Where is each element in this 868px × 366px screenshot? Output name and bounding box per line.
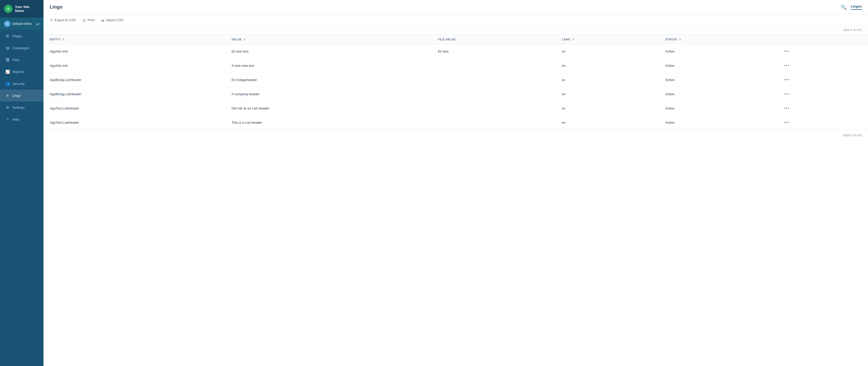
- campaigns-icon: ▤: [5, 45, 10, 50]
- cell-file-value: [432, 87, 556, 101]
- site-name: Your Site Name: [15, 5, 39, 13]
- cell-actions: •••: [776, 116, 868, 130]
- sidebar-item-files[interactable]: 🖼 Files: [0, 54, 43, 66]
- settings-icon: ⚙: [5, 105, 10, 110]
- cell-value: En bolagsheader: [225, 73, 432, 87]
- sidebar-item-settings[interactable]: ⚙ Settings: [0, 101, 43, 113]
- cell-status: Active: [659, 101, 776, 116]
- row-more-button[interactable]: •••: [782, 77, 792, 83]
- security-icon: 👥: [5, 81, 10, 86]
- cell-file-value: [432, 73, 556, 87]
- cell-file-value: En text: [432, 44, 556, 59]
- table-row: AppAlto.InfoEn text textEn textsvActive•…: [43, 44, 868, 59]
- import-label: Import CSV: [106, 18, 123, 22]
- cell-value: A new new text: [225, 59, 432, 73]
- cell-entity: AppAlto.Info: [43, 59, 225, 73]
- main-area: Lingo 🔍 Lingos ⊙ Export to CSV 🖨 Print ☁…: [43, 0, 868, 366]
- sidebar-header: S Your Site Name: [0, 0, 43, 18]
- cell-lang: en: [556, 87, 659, 101]
- sidebar-item-pages[interactable]: ⊞ Pages: [0, 30, 43, 42]
- lingo-icon: ≡: [5, 93, 10, 98]
- cell-entity: AppAlto.Info: [43, 44, 225, 59]
- cell-status: Active: [659, 73, 776, 87]
- cell-file-value: [432, 59, 556, 73]
- tab-lingos[interactable]: Lingos: [851, 4, 862, 10]
- cell-lang: en: [556, 116, 659, 130]
- sort-entity-icon: ⇅: [62, 38, 65, 41]
- user-name: Default Admin: [12, 22, 32, 26]
- row-more-button[interactable]: •••: [782, 119, 792, 126]
- cell-status: Active: [659, 59, 776, 73]
- toolbar: ⊙ Export to CSV 🖨 Print ☁ Import CSV: [43, 14, 868, 26]
- sidebar-item-campaigns[interactable]: ▤ Campaigns: [0, 42, 43, 54]
- sidebar-item-label: Lingo: [12, 94, 21, 98]
- topbar: Lingo 🔍 Lingos: [43, 0, 868, 14]
- sidebar-item-label: Help: [12, 118, 20, 121]
- lingo-table: ENTITY ⇅ VALUE ⇅ FILE VALUE LANG ⇅: [43, 34, 868, 130]
- topbar-right: 🔍 Lingos: [841, 4, 862, 10]
- cell-value: En text text: [225, 44, 432, 59]
- sidebar-item-lingo[interactable]: ≡ Lingo: [0, 90, 43, 101]
- sort-value-icon: ⇅: [244, 38, 246, 41]
- cell-lang: sv: [556, 73, 659, 87]
- cell-actions: •••: [776, 87, 868, 101]
- logo-icon: S: [4, 5, 12, 13]
- content-area: View 1–6 of 6 ENTITY ⇅ VALUE ⇅ FILE VALU…: [43, 26, 868, 366]
- row-more-button[interactable]: •••: [782, 105, 792, 112]
- table-row: AppBolag.ListHeaderA company headerenAct…: [43, 87, 868, 101]
- page-title: Lingo: [50, 4, 62, 10]
- table-row: AppTest.ListHeaderThis is a List Headere…: [43, 116, 868, 130]
- search-icon[interactable]: 🔍: [841, 4, 846, 10]
- cell-actions: •••: [776, 44, 868, 59]
- col-lang[interactable]: LANG ⇅: [556, 35, 659, 44]
- col-entity[interactable]: ENTITY ⇅: [43, 35, 225, 44]
- cell-file-value: [432, 116, 556, 130]
- print-label: Print: [88, 18, 94, 22]
- sidebar-item-label: Files: [12, 58, 20, 62]
- pagination-top: View 1–6 of 6: [43, 26, 868, 34]
- sidebar: S Your Site Name A Default Admin ⇄ ⊞ Pag…: [0, 0, 43, 366]
- table-row: AppTest.ListHeaderDet här är en List Hea…: [43, 101, 868, 116]
- cell-status: Active: [659, 116, 776, 130]
- sort-status-icon: ⇅: [679, 38, 681, 41]
- cell-actions: •••: [776, 101, 868, 116]
- cell-value: This is a List Header: [225, 116, 432, 130]
- col-actions: [776, 35, 868, 44]
- files-icon: 🖼: [5, 58, 10, 62]
- export-csv-button[interactable]: ⊙ Export to CSV: [50, 18, 76, 22]
- cell-status: Active: [659, 44, 776, 59]
- reports-icon: 📈: [5, 69, 10, 74]
- row-more-button[interactable]: •••: [782, 91, 792, 97]
- switch-user-icon[interactable]: ⇄: [36, 22, 39, 26]
- cell-entity: AppTest.ListHeader: [43, 116, 225, 130]
- sidebar-item-label: Security: [12, 82, 25, 86]
- col-file-value: FILE VALUE: [432, 35, 556, 44]
- cell-entity: AppTest.ListHeader: [43, 101, 225, 116]
- pages-icon: ⊞: [5, 34, 10, 38]
- cell-value: Det här är en List Header: [225, 101, 432, 116]
- table-row: AppAlto.InfoA new new textenActive•••: [43, 59, 868, 73]
- print-button[interactable]: 🖨 Print: [82, 18, 94, 22]
- cell-entity: AppBolag.ListHeader: [43, 87, 225, 101]
- sidebar-item-security[interactable]: 👥 Security: [0, 78, 43, 90]
- table-body: AppAlto.InfoEn text textEn textsvActive•…: [43, 44, 868, 130]
- cell-lang: en: [556, 59, 659, 73]
- sidebar-item-label: Settings: [12, 105, 25, 110]
- col-status[interactable]: STATUS ⇅: [659, 35, 776, 44]
- sidebar-item-help[interactable]: ? Help: [0, 113, 43, 125]
- row-more-button[interactable]: •••: [782, 48, 792, 55]
- sidebar-nav: ⊞ Pages ▤ Campaigns 🖼 Files 📈 Reports 👥 …: [0, 30, 43, 125]
- row-more-button[interactable]: •••: [782, 62, 792, 69]
- cell-lang: sv: [556, 101, 659, 116]
- cell-entity: AppBolag.ListHeader: [43, 73, 225, 87]
- sidebar-item-label: Campaigns: [12, 46, 30, 50]
- import-csv-button[interactable]: ☁ Import CSV: [101, 18, 123, 22]
- import-icon: ☁: [101, 18, 104, 22]
- sort-lang-icon: ⇅: [572, 38, 575, 41]
- cell-status: Active: [659, 87, 776, 101]
- cell-value: A company header: [225, 87, 432, 101]
- cell-actions: •••: [776, 59, 868, 73]
- cell-lang: sv: [556, 44, 659, 59]
- sidebar-item-reports[interactable]: 📈 Reports: [0, 66, 43, 78]
- col-value[interactable]: VALUE ⇅: [225, 35, 432, 44]
